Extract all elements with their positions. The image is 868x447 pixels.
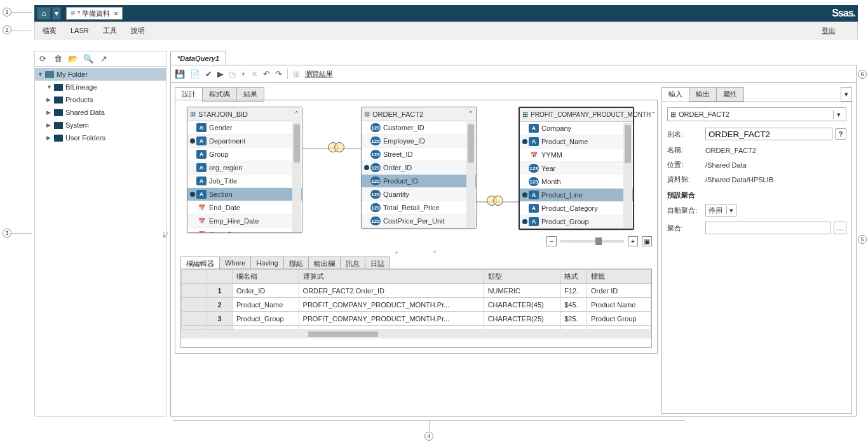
tree-item-bilineage[interactable]: ▼ BILineage <box>44 81 166 93</box>
horizontal-divider[interactable]: ▲ · · · · · · ▼ <box>175 248 657 255</box>
home-button[interactable]: ⌂ <box>37 7 51 20</box>
field-row[interactable]: AGroup <box>187 148 302 161</box>
undo-icon[interactable]: ↶ <box>263 69 270 79</box>
table-selector[interactable]: ⊞ ORDER_FACT2 ▾ <box>667 107 846 121</box>
save-icon[interactable]: 💾 <box>175 69 185 79</box>
menu-file[interactable]: 檔案 <box>43 26 57 36</box>
field-row[interactable]: 123CostPrice_Per_Unit <box>362 215 476 228</box>
table-profitcompany[interactable]: ⊞PROFIT_COMPANY_PRODUCT_MONTH⌃ ACompanyA… <box>519 107 634 230</box>
dropdown-icon[interactable]: ▾ <box>833 110 843 119</box>
char-type-icon: A <box>196 150 207 159</box>
collapse-icon[interactable]: ▼ <box>46 84 54 90</box>
open-icon[interactable]: 📂 <box>68 54 78 63</box>
tree-item-userfolders[interactable]: ▶ User Folders <box>44 131 166 144</box>
rtab-input[interactable]: 輸入 <box>661 87 689 102</box>
horizontal-scrollbar[interactable] <box>181 330 651 338</box>
date-type-icon: 📅 <box>196 217 207 225</box>
saveas-icon[interactable]: 📄 <box>190 69 200 79</box>
active-tab[interactable]: ≡ * 準備資料 × <box>66 7 123 20</box>
field-row[interactable]: 123Employee_ID <box>362 135 476 148</box>
refresh-icon[interactable]: ⟳ <box>37 54 48 63</box>
table-starjoin[interactable]: ⊞STARJOIN_BID⌃ AGenderADepartmentAGroupA… <box>187 107 302 233</box>
field-row[interactable]: 123Year <box>520 162 633 175</box>
search-icon[interactable]: 🔍 <box>83 54 93 63</box>
menu-lasr[interactable]: LASR <box>71 27 89 34</box>
expand-icon[interactable]: ▶ <box>46 97 54 103</box>
field-row[interactable]: 📅Start_Date <box>187 228 302 232</box>
scrollbar[interactable] <box>292 122 301 232</box>
expand-icon[interactable]: ▶ <box>46 135 54 141</box>
field-row[interactable]: 📅End_Date <box>187 201 302 215</box>
expand-icon[interactable]: ▶ <box>46 109 54 116</box>
field-row[interactable]: 123Total_Retail_Price <box>362 201 476 215</box>
dropdown-icon: ▾ <box>726 206 733 215</box>
grid-row[interactable]: 3Product_GroupPROFIT_COMPANY_PRODUCT_MON… <box>182 312 651 326</box>
field-row[interactable]: 📅Emp_Hire_Date <box>187 215 302 228</box>
grid-row[interactable]: 2Product_NamePROFIT_COMPANY_PRODUCT_MONT… <box>182 298 651 312</box>
menu-help[interactable]: 說明 <box>131 26 145 36</box>
export-icon[interactable]: ↗ <box>98 54 109 63</box>
agg-input[interactable] <box>705 222 831 234</box>
field-row[interactable]: 123Street_ID <box>362 148 476 161</box>
join-icon[interactable] <box>487 196 505 208</box>
tree-item-shareddata[interactable]: ▶ Shared Data <box>44 106 166 119</box>
scrollbar[interactable] <box>623 123 632 228</box>
logout-link[interactable]: 登出 <box>822 26 836 36</box>
field-row[interactable]: ASection <box>187 188 302 201</box>
table-orderfact2[interactable]: ⊞ORDER_FACT2⌃ 123Customer_ID123Employee_… <box>361 107 477 229</box>
num-type-icon: 123 <box>370 217 381 225</box>
field-row[interactable]: AProduct_Name <box>520 135 633 149</box>
rtab-output[interactable]: 輸出 <box>689 87 717 102</box>
field-row[interactable]: 123Product_ID <box>362 175 476 188</box>
zoom-slider[interactable] <box>560 240 624 243</box>
rtab-prop[interactable]: 屬性 <box>716 87 744 102</box>
field-row[interactable]: AProduct_Category <box>520 202 633 215</box>
collapse-icon[interactable]: ⌃ <box>294 110 299 118</box>
run-icon[interactable]: ▶ <box>217 69 224 79</box>
field-row[interactable]: AGender <box>187 121 302 135</box>
autoagg-select[interactable]: 停用 ▾ <box>705 204 736 217</box>
zoom-out-button[interactable]: − <box>546 236 557 246</box>
field-row[interactable]: 123Month <box>520 175 633 189</box>
menu-tool[interactable]: 工具 <box>103 26 117 36</box>
expand-icon[interactable]: ▶ <box>46 122 54 128</box>
alias-input[interactable] <box>705 128 832 140</box>
field-row[interactable]: ACompany <box>520 122 633 135</box>
tree-item-system[interactable]: ▶ System <box>44 119 166 131</box>
sidebar-resize-handle[interactable]: • • • •▶ <box>163 221 168 246</box>
field-row[interactable]: 123Quantity <box>362 188 476 201</box>
rtab-dropdown[interactable]: ▾ <box>841 87 852 102</box>
field-row[interactable]: Aorg_region <box>187 161 302 175</box>
field-row[interactable]: 📅YYMM <box>520 149 633 162</box>
field-row[interactable]: AProduct_Line <box>520 189 633 202</box>
field-row[interactable]: AProduct_Group <box>520 215 633 229</box>
field-row[interactable]: ADepartment <box>187 135 302 148</box>
browse-button[interactable]: … <box>834 222 846 234</box>
field-row[interactable]: 123Customer_ID <box>362 121 476 135</box>
delete-icon[interactable]: 🗑 <box>53 54 63 63</box>
column-grid[interactable]: 欄名稱 運算式 類型 格式 標籤 1Order_IDORDER_FACT2.Or… <box>181 269 651 338</box>
close-tab-icon[interactable]: × <box>114 10 118 17</box>
dataquery-tab[interactable]: *DataQuery1 <box>170 51 226 65</box>
join-icon[interactable] <box>328 142 346 155</box>
add-icon[interactable]: + <box>241 69 246 79</box>
validate-icon[interactable]: ✔ <box>205 69 212 79</box>
tree-item-myfolder[interactable]: ▼ My Folder <box>35 68 166 81</box>
info-icon[interactable]: ? <box>835 128 846 140</box>
collapse-icon[interactable]: ⌃ <box>468 110 473 118</box>
tree-item-products[interactable]: ▶ Products <box>44 93 166 106</box>
redo-icon[interactable]: ↷ <box>275 69 282 79</box>
home-dropdown[interactable]: ▾ <box>52 7 61 20</box>
zoom-fit-button[interactable]: ▣ <box>642 236 652 246</box>
annotation-2: 2 <box>3 25 13 36</box>
field-row[interactable]: 123Order_ID <box>362 161 476 175</box>
collapse-icon[interactable]: ▼ <box>37 71 45 77</box>
field-row[interactable]: AJob_Title <box>187 175 302 188</box>
num-type-icon: 123 <box>370 190 381 199</box>
browse-results-link[interactable]: 瀏覽結果 <box>305 69 333 79</box>
grid-row[interactable]: 1Order_IDORDER_FACT2.Order_IDNUMERICF12.… <box>182 284 651 298</box>
collapse-icon[interactable]: ⌃ <box>651 110 656 119</box>
column-editor-panel: 欄名稱 運算式 類型 格式 標籤 1Order_IDORDER_FACT2.Or… <box>180 269 652 348</box>
zoom-in-button[interactable]: + <box>628 236 638 246</box>
scrollbar[interactable] <box>466 122 475 227</box>
